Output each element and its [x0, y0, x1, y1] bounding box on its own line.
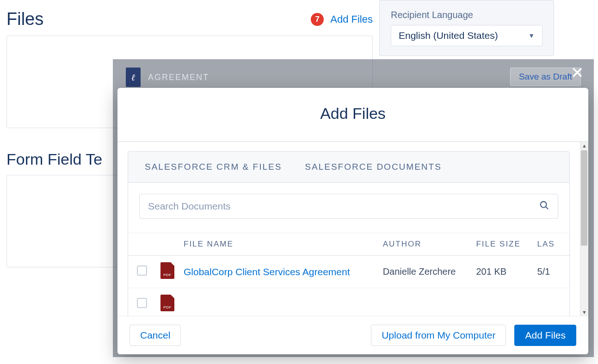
recipient-language-label: Recipient Language — [391, 10, 543, 20]
cancel-button[interactable]: Cancel — [129, 325, 181, 346]
scroll-down-icon[interactable]: ▼ — [582, 308, 587, 316]
pdf-file-icon — [160, 295, 174, 311]
row-checkbox[interactable] — [137, 265, 147, 276]
agreement-label: AGREEMENT — [148, 73, 209, 82]
add-files-button[interactable]: Add Files — [514, 325, 576, 346]
pdf-file-icon — [160, 262, 174, 279]
file-size: 201 KB — [471, 256, 532, 288]
recipient-language-value: English (United States) — [399, 30, 498, 41]
col-last[interactable]: LAS — [533, 233, 569, 256]
add-files-modal: Add Files SALESFORCE CRM & FILES SALESFO… — [117, 88, 588, 354]
tab-salesforce-documents[interactable]: SALESFORCE DOCUMENTS — [305, 162, 441, 172]
row-checkbox[interactable] — [137, 298, 147, 308]
search-icon[interactable] — [539, 200, 549, 213]
col-file-name[interactable]: FILE NAME — [179, 233, 378, 256]
file-name-link[interactable]: GlobalCorp Client Services Agreement — [184, 266, 350, 277]
scrollbar[interactable]: ▲ ▼ — [580, 142, 588, 316]
chevron-down-icon: ▼ — [528, 32, 535, 39]
step-badge: 7 — [311, 13, 324, 26]
recipient-language-select[interactable]: English (United States) ▼ — [391, 25, 543, 46]
svg-point-0 — [541, 201, 547, 207]
table-row[interactable] — [128, 288, 569, 316]
close-icon[interactable]: ✕ — [571, 65, 584, 80]
col-file-size[interactable]: FILE SIZE — [471, 233, 532, 256]
file-author: Danielle Zerchere — [378, 256, 472, 288]
scrollbar-thumb[interactable] — [581, 150, 587, 246]
upload-from-computer-button[interactable]: Upload from My Computer — [371, 325, 506, 346]
search-input[interactable] — [148, 201, 539, 212]
scroll-up-icon[interactable]: ▲ — [582, 142, 587, 149]
table-row[interactable]: GlobalCorp Client Services Agreement Dan… — [128, 256, 569, 288]
svg-line-1 — [546, 206, 549, 209]
col-author[interactable]: AUTHOR — [378, 233, 472, 256]
agreement-logo-icon: ℓ — [126, 68, 141, 87]
add-files-link[interactable]: Add Files — [330, 13, 373, 25]
file-last-modified: 5/1 — [533, 256, 569, 288]
modal-title: Add Files — [117, 88, 588, 142]
tab-salesforce-crm-files[interactable]: SALESFORCE CRM & FILES — [145, 162, 282, 172]
files-section-title: Files — [6, 9, 43, 29]
